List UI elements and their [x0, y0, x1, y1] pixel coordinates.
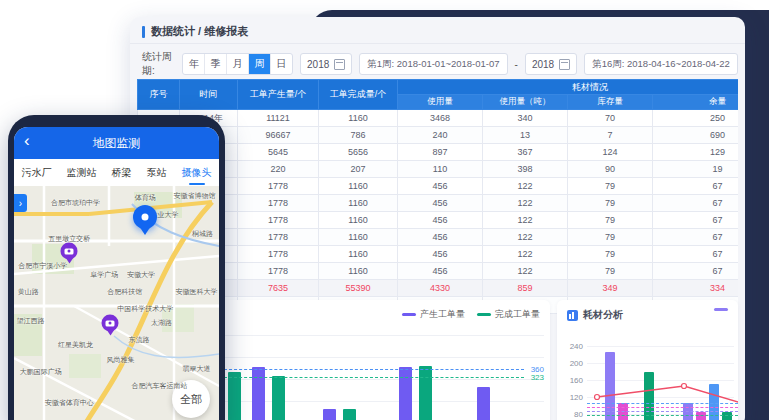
cell-value: 5656	[319, 144, 398, 161]
cell-value: 367	[483, 144, 568, 161]
summary-value: 7635	[238, 280, 319, 297]
map-label: 红星美凯龙	[58, 340, 93, 350]
header-row: 序号时间工单产生量/个工单完成量/个耗材情况	[138, 80, 739, 95]
report-table-wrap: 序号时间工单产生量/个工单完成量/个耗材情况使用量使用量（吨）库存量余量1201…	[137, 79, 738, 314]
cell-value: 1778	[238, 263, 319, 280]
period-option-月[interactable]: 月	[227, 54, 249, 74]
map-expand-button[interactable]: ›	[14, 194, 27, 212]
cell-value: 96667	[238, 127, 319, 144]
bar-完成工单量	[228, 372, 241, 420]
breadcrumb: 数据统计 / 维修报表	[142, 24, 248, 39]
sub-column-header: 使用量	[398, 95, 483, 110]
workorder-chart-card: 产生工单量完成工单量 360323	[218, 300, 550, 420]
cell-value: 456	[398, 212, 483, 229]
cell-value: 786	[319, 127, 398, 144]
table-row: 96667786240137690	[138, 127, 739, 144]
cell-value: 5645	[238, 144, 319, 161]
period-option-季[interactable]: 季	[205, 54, 227, 74]
period-option-年[interactable]: 年	[183, 54, 205, 74]
start-year-value: 2018	[307, 59, 329, 70]
map-label: 安徽省体育中心	[45, 398, 94, 408]
cell-value: 79	[568, 263, 653, 280]
map-label: 望江西路	[16, 316, 44, 326]
cell-value: 122	[483, 195, 568, 212]
phone-page-title: 地图监测	[93, 135, 141, 152]
cell-value: 897	[398, 144, 483, 161]
bar-产生工单量	[399, 367, 412, 420]
map-label: 翡翠大道	[182, 364, 210, 374]
cell-value: 129	[653, 144, 739, 161]
end-year-select[interactable]: 2018	[525, 53, 577, 75]
map-label: 合肥市琥珀中学	[51, 198, 100, 208]
page-background: 数据统计 / 维修报表 统计周期: 年季月周日 2018 第1周: 2018-0…	[0, 0, 769, 420]
map-label: 合肥科技馆	[107, 287, 142, 297]
cell-value: 456	[398, 246, 483, 263]
phone-tab-污水厂[interactable]: 污水厂	[22, 163, 52, 183]
camera-pin[interactable]	[102, 315, 119, 332]
period-option-周[interactable]: 周	[249, 54, 271, 74]
bar-产生工单量	[477, 387, 490, 420]
table-head: 序号时间工单产生量/个工单完成量/个耗材情况使用量使用量（吨）库存量余量	[138, 80, 739, 110]
cell-value: 110	[398, 161, 483, 178]
sub-column-header: 库存量	[568, 95, 653, 110]
cell-value: 67	[653, 246, 739, 263]
end-year-value: 2018	[532, 59, 554, 70]
map-label: 中国科学技术大学	[117, 304, 173, 314]
map-view[interactable]: › 全部 合肥市琥珀中学体育场安徽农业大学安徽省博物馆五里墩立交桥桐城路合肥市宁…	[14, 186, 219, 420]
cell-value: 122	[483, 263, 568, 280]
period-option-日[interactable]: 日	[271, 54, 292, 74]
cell-value: 398	[483, 161, 568, 178]
total-row: 合计7635553904330859349334	[138, 280, 739, 297]
breadcrumb-text: 数据统计 / 维修报表	[151, 24, 248, 39]
cell-value: 456	[398, 195, 483, 212]
cell-value: 456	[398, 178, 483, 195]
cell-value: 67	[653, 178, 739, 195]
back-icon[interactable]: ‹	[24, 131, 30, 151]
phone-tab-bar: 污水厂监测站桥梁泵站摄像头	[14, 159, 219, 187]
sub-column-header: 余量	[653, 95, 739, 110]
table-body: 12014年1112111603468340702509666778624013…	[138, 110, 739, 314]
workorder-bar-chart: 360323	[218, 300, 550, 420]
phone-tab-桥梁[interactable]: 桥梁	[112, 163, 132, 183]
cell-value: 79	[568, 229, 653, 246]
gridline	[224, 357, 544, 358]
cell-value: 3468	[398, 110, 483, 127]
phone-tab-摄像头[interactable]: 摄像头	[182, 163, 212, 183]
column-header: 工单完成量/个	[319, 80, 398, 110]
phone-screen: ‹ 地图监测 污水厂监测站桥梁泵站摄像头	[14, 127, 219, 420]
cell-value: 67	[653, 263, 739, 280]
phone-tab-监测站[interactable]: 监测站	[67, 163, 97, 183]
phone-tab-泵站[interactable]: 泵站	[147, 163, 167, 183]
group-header: 耗材情况	[398, 80, 739, 95]
filter-label: 统计周期:	[142, 50, 175, 78]
table-row: 177811604561227967	[138, 229, 739, 246]
cell-value: 122	[483, 178, 568, 195]
end-week-input[interactable]: 第16周: 2018-04-16~2018-04-22	[584, 53, 738, 75]
camera-icon	[65, 248, 74, 254]
cell-value: 1778	[238, 229, 319, 246]
cell-value: 67	[653, 195, 739, 212]
cell-value: 122	[483, 246, 568, 263]
phone-mockup: ‹ 地图监测 污水厂监测站桥梁泵站摄像头	[8, 115, 225, 420]
period-segmented-control: 年季月周日	[182, 53, 293, 75]
camera-pin[interactable]	[61, 243, 78, 260]
cell-value: 340	[483, 110, 568, 127]
map-label: 合肥汽车客运南站	[132, 381, 188, 391]
column-header: 工单产生量/个	[238, 80, 319, 110]
cell-value: 207	[319, 161, 398, 178]
cell-value: 124	[568, 144, 653, 161]
start-week-input[interactable]: 第1周: 2018-01-01~2018-01-07	[359, 53, 507, 75]
column-header: 时间	[180, 80, 238, 110]
calendar-icon	[334, 59, 345, 70]
cell-value: 90	[568, 161, 653, 178]
bar-完成工单量	[272, 376, 285, 420]
gridline	[224, 335, 544, 336]
start-year-select[interactable]: 2018	[300, 53, 352, 75]
summary-value: 334	[653, 280, 739, 297]
cell-value: 1778	[238, 246, 319, 263]
filter-bar: 统计周期: 年季月周日 2018 第1周: 2018-01-01~2018-01…	[142, 50, 745, 78]
selected-camera-pin[interactable]	[133, 205, 157, 229]
cell-value: 19	[653, 161, 739, 178]
table-row: 177811604561227967	[138, 195, 739, 212]
table-row: 177811604561227967	[138, 263, 739, 280]
